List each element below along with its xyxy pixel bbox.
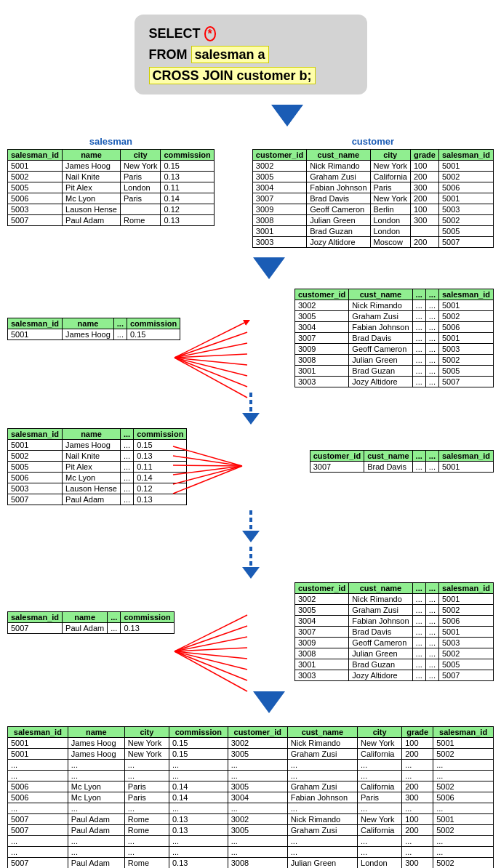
table-row: 5003Lauson Hense0.12: [8, 204, 215, 215]
table-row: 3002Nick RimandoNew York1005001: [252, 161, 493, 172]
svg-line-8: [173, 446, 242, 466]
col-header: cust_name: [287, 727, 357, 738]
table-row: 5002Nail Knite...0.13: [8, 451, 187, 462]
table-row: 3007Brad Davis......5001: [294, 333, 493, 344]
col-header: salesman_id: [8, 150, 63, 161]
col-header: city: [370, 150, 410, 161]
table-row: 5005Pit Alex...0.11: [8, 462, 187, 473]
salesman-table: salesman_id name city commission 5001Jam…: [7, 149, 215, 226]
table-row: 3008Julian GreenLondon3005002: [252, 215, 493, 226]
table-row: ...........................: [8, 760, 494, 771]
table-row: 5005Pit AlexLondon0.11: [8, 182, 215, 193]
from-keyword: FROM: [149, 47, 191, 62]
col-header: salesman_id: [8, 429, 63, 440]
table-row: 3009Geoff CameronBerlin1005003: [252, 204, 493, 215]
salesman-section: salesman salesman_id name city commissio…: [7, 136, 215, 226]
table-row: 5007Paul AdamRome0.133008Julian GreenLon…: [8, 858, 494, 868]
sql-line1: SELECT *: [149, 23, 353, 44]
svg-line-5: [175, 358, 247, 376]
svg-line-19: [175, 651, 247, 670]
result-table: salesman_id name city commission custome…: [7, 726, 494, 868]
mini-salesman-2: salesman_id name ... commission 5001Jame…: [7, 428, 187, 505]
table-row: 5007Paul AdamRome0.133005Graham ZusiCali…: [8, 825, 494, 836]
mini-salesman-table-1: salesman_id name ... commission 5001Jame…: [7, 318, 180, 340]
col-header: cust_name: [307, 150, 370, 161]
mini-salesman-table-2: salesman_id name ... commission 5001Jame…: [7, 428, 187, 505]
col-header: salesman_id: [438, 451, 493, 462]
table-row: 3003Jozy AltidoreMoscow2005007: [252, 237, 493, 248]
col-header: ...: [425, 583, 438, 594]
svg-line-14: [175, 615, 247, 651]
col-header: ...: [425, 289, 438, 300]
col-header: ...: [412, 451, 425, 462]
col-header: salesman_id: [8, 318, 63, 329]
table-row: 5006Mc LyonParis0.143005Graham ZusiCalif…: [8, 781, 494, 792]
mini-customer-table-3: customer_id cust_name ... ... salesman_i…: [294, 582, 494, 681]
table-row: 5003Lauson Hense...0.12: [8, 483, 187, 494]
dashed-arrow-2: [7, 509, 494, 542]
col-header: salesman_id: [433, 727, 494, 738]
table-row: 5001James HoogNew York0.153005Graham Zus…: [8, 749, 494, 760]
col-header: salesman_id: [438, 583, 493, 594]
table-row: 5001James Hoog...0.15: [8, 440, 187, 451]
col-header: ...: [412, 289, 425, 300]
table-row: 5006Mc LyonParis0.143004Fabian JohnsonPa…: [8, 792, 494, 803]
red-arrows-1: [175, 310, 262, 427]
customer-title: customer: [352, 136, 395, 147]
table-row: 3004Fabian Johnson......5006: [294, 616, 493, 627]
result-section: salesman_id name city commission custome…: [7, 726, 494, 868]
table-row: 3004Fabian Johnson......5006: [294, 322, 493, 333]
svg-line-6: [175, 358, 247, 387]
col-header: ...: [412, 583, 425, 594]
table-row: 3007Brad DavisNew York2005001: [252, 193, 493, 204]
col-header: ...: [425, 451, 438, 462]
arrow-down-1: [271, 105, 303, 126]
dashed-arrow-3: [7, 545, 494, 579]
table-row: 5007Paul Adam...0.13: [8, 623, 175, 634]
cross-section-1: salesman_id name ... commission 5001Jame…: [7, 289, 494, 387]
table-row: 3005Graham ZusiCalifornia2005002: [252, 172, 493, 182]
table-row: 3007Brad Davis......5001: [294, 627, 493, 638]
top-tables: salesman salesman_id name city commissio…: [7, 136, 494, 248]
table-row: ...........................: [8, 771, 494, 781]
mini-salesman-3: salesman_id name ... commission 5007Paul…: [7, 611, 175, 634]
table-row: 5002Nail KniteParis0.13: [8, 172, 215, 182]
table-row: 3007Brad Davis......5001: [310, 462, 493, 473]
col-header: customer_id: [228, 727, 287, 738]
table-row: 3002Nick Rimando......5001: [294, 300, 493, 311]
table-row: 5001James HoogNew York0.153002Nick Riman…: [8, 738, 494, 749]
col-header: city: [121, 150, 161, 161]
col-header: grade: [402, 727, 433, 738]
svg-line-0: [175, 321, 247, 358]
table-row: 5006Mc Lyon...0.14: [8, 473, 187, 483]
table-row: 3004Fabian JohnsonParis3005006: [252, 182, 493, 193]
col-header: city: [358, 727, 402, 738]
svg-line-10: [173, 465, 242, 466]
col-header: cust_name: [349, 583, 412, 594]
cross-section-3: salesman_id name ... commission 5007Paul…: [7, 582, 494, 681]
table-row: 3008Julian Green......5002: [294, 648, 493, 659]
table-row: 5007Paul AdamRome0.13: [8, 215, 215, 226]
table-row: 3008Julian Green......5002: [294, 355, 493, 366]
sql-line3: CROSS JOIN customer b;: [149, 65, 353, 87]
table-row: 3001Brad GuzanLondon5005: [252, 226, 493, 237]
table-row: 3002Nick Rimando......5001: [294, 594, 493, 605]
col-header: commission: [127, 318, 180, 329]
table-row: 5007Paul Adam...0.13: [8, 494, 187, 505]
svg-line-20: [175, 651, 247, 680]
col-header: grade: [410, 150, 438, 161]
col-header: customer_id: [310, 451, 364, 462]
table-row: 3009Geoff Cameron......5003: [294, 638, 493, 648]
from-highlight: salesman a: [191, 46, 269, 63]
table-row: 3003Jozy Altidore......5007: [294, 670, 493, 681]
salesman-title: salesman: [89, 136, 132, 147]
mini-customer-1: customer_id cust_name ... ... salesman_i…: [294, 289, 494, 387]
col-header: cust_name: [349, 289, 412, 300]
col-header: cust_name: [364, 451, 412, 462]
col-header: salesman_id: [8, 612, 63, 623]
col-header: city: [124, 727, 169, 738]
table-row: 5007Paul AdamRome0.133002Nick RimandoNew…: [8, 814, 494, 825]
red-arrows-3: [175, 604, 262, 720]
table-row: 5001James HoogNew York0.15: [8, 161, 215, 172]
cross-section-2: salesman_id name ... commission 5001Jame…: [7, 428, 494, 505]
